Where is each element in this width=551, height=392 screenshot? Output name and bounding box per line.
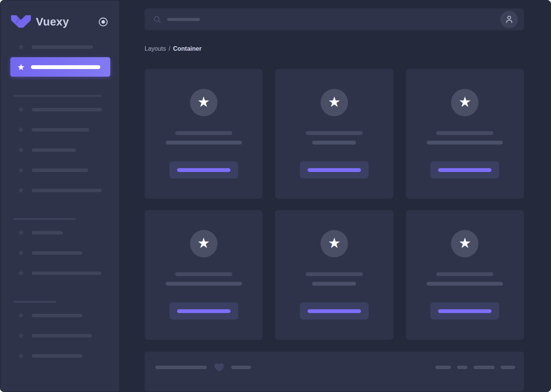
user-icon: [505, 15, 514, 24]
star-icon: ★: [17, 146, 25, 154]
card-title-skeleton: [436, 272, 493, 276]
search-placeholder-skeleton: [167, 18, 200, 21]
card-text-skeleton: [166, 282, 242, 286]
star-icon: ★: [197, 95, 210, 109]
brand-header: Vuexy: [1, 14, 119, 30]
star-icon: ★: [17, 249, 25, 257]
footer-row: [155, 362, 515, 372]
menu-label-skeleton: [32, 231, 63, 235]
button-label-skeleton: [177, 309, 230, 313]
star-icon: ★: [17, 63, 25, 71]
demo-card: ★: [406, 69, 524, 199]
app-window: Vuexy ★ ★ ★ ★: [0, 0, 551, 392]
button-label-skeleton: [308, 309, 361, 313]
footer-links: [435, 366, 515, 369]
star-icon: ★: [17, 166, 25, 174]
menu-label-skeleton: [32, 189, 102, 192]
card-text-skeleton: [427, 141, 503, 145]
footer-link-skeleton: [457, 366, 467, 369]
menu-label-skeleton: [32, 314, 82, 317]
button-label-skeleton: [438, 168, 491, 172]
star-icon: ★: [459, 236, 471, 250]
card-title-skeleton: [175, 131, 232, 135]
star-badge: ★: [190, 230, 218, 257]
demo-card: ★: [275, 69, 393, 199]
brand-name: Vuexy: [36, 16, 98, 28]
sidebar-item[interactable]: ★: [1, 311, 119, 320]
card-action-button[interactable]: [300, 161, 369, 178]
card-text-skeleton: [312, 282, 356, 286]
footer-text-skeleton: [231, 366, 251, 369]
search-icon: [153, 15, 161, 24]
sidebar-item[interactable]: ★: [1, 105, 119, 114]
star-badge: ★: [321, 230, 348, 257]
star-icon: ★: [328, 95, 340, 109]
star-icon: ★: [17, 43, 25, 51]
sidebar-item[interactable]: ★: [1, 186, 119, 194]
sidebar-item[interactable]: ★: [1, 125, 119, 134]
footer-link-skeleton: [435, 366, 451, 369]
star-icon: ★: [17, 331, 25, 340]
card-action-button[interactable]: [169, 161, 238, 178]
menu-label-skeleton: [32, 45, 93, 49]
star-icon: ★: [197, 236, 210, 250]
footer-text-skeleton: [155, 366, 207, 369]
nav-pin-toggle-icon[interactable]: [98, 17, 108, 27]
breadcrumb-section[interactable]: Layouts: [145, 45, 166, 52]
card-action-button[interactable]: [169, 302, 238, 320]
star-icon: ★: [17, 311, 25, 320]
footer-card: [145, 352, 524, 391]
star-icon: ★: [17, 105, 25, 114]
button-label-skeleton: [308, 168, 361, 172]
sidebar-item[interactable]: ★: [1, 43, 119, 51]
breadcrumb: Layouts / Container: [145, 45, 524, 52]
card-action-button[interactable]: [300, 302, 369, 320]
sidebar-item-active[interactable]: ★: [10, 57, 110, 77]
menu-label-skeleton: [32, 169, 88, 172]
card-title-skeleton: [436, 131, 493, 135]
demo-card: ★: [406, 210, 524, 340]
sidebar-item[interactable]: ★: [1, 228, 119, 237]
breadcrumb-separator: /: [169, 45, 170, 52]
sidebar-item[interactable]: ★: [1, 352, 119, 360]
header-search-bar[interactable]: [145, 8, 524, 30]
user-avatar[interactable]: [500, 11, 518, 28]
card-title-skeleton: [306, 272, 363, 276]
menu-section-divider: [13, 301, 56, 303]
star-badge: ★: [451, 230, 478, 257]
star-icon: ★: [328, 236, 340, 250]
vuexy-logo-icon: [11, 15, 31, 29]
sidebar-item[interactable]: ★: [1, 146, 119, 154]
menu-label-skeleton: [32, 334, 92, 337]
menu-label-skeleton: [32, 108, 102, 111]
demo-card: ★: [275, 210, 393, 340]
star-icon: ★: [17, 269, 25, 277]
sidebar-item[interactable]: ★: [1, 249, 119, 257]
sidebar-menu: ★ ★ ★ ★ ★ ★: [1, 43, 119, 360]
star-badge: ★: [321, 89, 348, 116]
card-text-skeleton: [166, 141, 242, 145]
star-icon: ★: [17, 125, 25, 134]
sidebar-item[interactable]: ★: [1, 331, 119, 340]
star-badge: ★: [451, 89, 478, 116]
card-text-skeleton: [312, 141, 356, 145]
menu-label-skeleton: [31, 65, 100, 69]
menu-label-skeleton: [32, 272, 102, 275]
card-action-button[interactable]: [430, 161, 499, 178]
star-icon: ★: [17, 352, 25, 360]
card-title-skeleton: [175, 272, 232, 276]
demo-card: ★: [145, 69, 263, 199]
menu-label-skeleton: [32, 128, 89, 132]
star-icon: ★: [17, 228, 25, 237]
card-action-button[interactable]: [430, 302, 499, 320]
breadcrumb-current: Container: [173, 45, 202, 52]
button-label-skeleton: [177, 168, 230, 172]
main-content: Layouts / Container ★ ★: [119, 1, 550, 391]
heart-icon: [214, 363, 224, 372]
star-icon: ★: [17, 186, 25, 194]
sidebar-item[interactable]: ★: [1, 269, 119, 277]
sidebar-item[interactable]: ★: [1, 166, 119, 174]
card-text-skeleton: [427, 282, 503, 286]
demo-card: ★: [145, 210, 263, 340]
menu-section-divider: [13, 95, 102, 97]
